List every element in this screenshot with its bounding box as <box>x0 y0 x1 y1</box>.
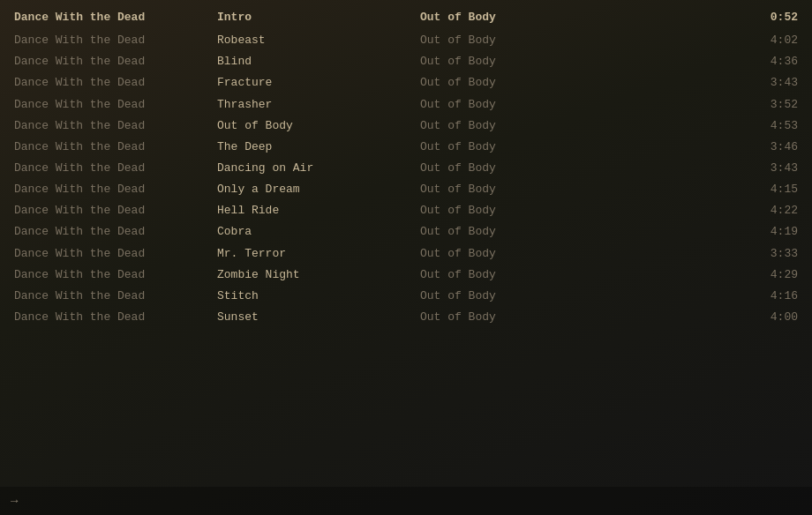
table-row[interactable]: Dance With the DeadHell RideOut of Body4… <box>0 200 812 221</box>
track-artist: Dance With the Dead <box>14 74 217 92</box>
header-album: Out of Body <box>420 9 597 26</box>
track-album: Out of Body <box>420 117 597 135</box>
track-duration: 4:19 <box>597 223 798 241</box>
track-title: Stitch <box>217 287 420 305</box>
track-artist: Dance With the Dead <box>14 287 217 305</box>
table-row[interactable]: Dance With the DeadMr. TerrorOut of Body… <box>0 243 812 265</box>
header-duration: 0:52 <box>597 9 798 26</box>
track-duration: 3:43 <box>597 160 798 177</box>
track-duration: 3:43 <box>597 74 798 92</box>
track-duration: 4:22 <box>597 202 798 220</box>
table-row[interactable]: Dance With the DeadThe DeepOut of Body3:… <box>0 137 812 158</box>
track-album: Out of Body <box>420 138 597 156</box>
track-album: Out of Body <box>420 32 597 49</box>
table-row[interactable]: Dance With the DeadRobeastOut of Body4:0… <box>0 30 812 51</box>
track-album: Out of Body <box>420 181 597 198</box>
track-duration: 4:53 <box>597 117 798 135</box>
track-title: Blind <box>217 53 420 71</box>
track-album: Out of Body <box>420 160 597 177</box>
track-album: Out of Body <box>420 223 597 241</box>
track-list-header: Dance With the Dead Intro Out of Body 0:… <box>0 7 812 28</box>
header-artist: Dance With the Dead <box>14 9 217 26</box>
table-row[interactable]: Dance With the DeadBlindOut of Body4:36 <box>0 51 812 72</box>
header-title: Intro <box>217 9 420 26</box>
track-album: Out of Body <box>420 74 597 92</box>
track-artist: Dance With the Dead <box>14 181 217 198</box>
table-row[interactable]: Dance With the DeadSunsetOut of Body4:00 <box>0 307 812 328</box>
track-artist: Dance With the Dead <box>14 223 217 241</box>
table-row[interactable]: Dance With the DeadDancing on AirOut of … <box>0 158 812 179</box>
track-title: The Deep <box>217 138 420 156</box>
track-artist: Dance With the Dead <box>14 32 217 49</box>
track-title: Only a Dream <box>217 181 420 198</box>
track-artist: Dance With the Dead <box>14 160 217 177</box>
track-title: Cobra <box>217 223 420 241</box>
track-title: Robeast <box>217 32 420 49</box>
track-duration: 4:16 <box>597 287 798 305</box>
track-album: Out of Body <box>420 245 597 263</box>
table-row[interactable]: Dance With the DeadZombie NightOut of Bo… <box>0 265 812 286</box>
track-album: Out of Body <box>420 287 597 305</box>
track-artist: Dance With the Dead <box>14 309 217 326</box>
track-duration: 4:36 <box>597 53 798 71</box>
track-title: Thrasher <box>217 96 420 114</box>
track-album: Out of Body <box>420 96 597 114</box>
track-duration: 4:00 <box>597 309 798 326</box>
track-duration: 4:15 <box>597 181 798 198</box>
track-duration: 3:46 <box>597 138 798 156</box>
table-row[interactable]: Dance With the DeadOut of BodyOut of Bod… <box>0 116 812 137</box>
table-row[interactable]: Dance With the DeadOnly a DreamOut of Bo… <box>0 179 812 200</box>
track-title: Hell Ride <box>217 202 420 220</box>
bottom-bar: → <box>0 487 812 515</box>
track-title: Dancing on Air <box>217 160 420 177</box>
track-album: Out of Body <box>420 309 597 326</box>
track-artist: Dance With the Dead <box>14 202 217 220</box>
arrow-icon: → <box>11 494 18 508</box>
track-album: Out of Body <box>420 202 597 220</box>
track-artist: Dance With the Dead <box>14 53 217 71</box>
track-title: Fracture <box>217 74 420 92</box>
track-title: Out of Body <box>217 117 420 135</box>
track-artist: Dance With the Dead <box>14 96 217 114</box>
track-duration: 3:33 <box>597 245 798 263</box>
track-artist: Dance With the Dead <box>14 117 217 135</box>
table-row[interactable]: Dance With the DeadCobraOut of Body4:19 <box>0 221 812 243</box>
track-duration: 3:52 <box>597 96 798 114</box>
track-artist: Dance With the Dead <box>14 245 217 263</box>
track-list: Dance With the Dead Intro Out of Body 0:… <box>0 0 812 335</box>
table-row[interactable]: Dance With the DeadStitchOut of Body4:16 <box>0 286 812 307</box>
track-duration: 4:29 <box>597 266 798 284</box>
track-album: Out of Body <box>420 53 597 71</box>
track-artist: Dance With the Dead <box>14 138 217 156</box>
track-title: Mr. Terror <box>217 245 420 263</box>
track-album: Out of Body <box>420 266 597 284</box>
track-title: Sunset <box>217 309 420 326</box>
table-row[interactable]: Dance With the DeadFractureOut of Body3:… <box>0 72 812 93</box>
track-artist: Dance With the Dead <box>14 266 217 284</box>
track-title: Zombie Night <box>217 266 420 284</box>
table-row[interactable]: Dance With the DeadThrasherOut of Body3:… <box>0 94 812 116</box>
track-duration: 4:02 <box>597 32 798 49</box>
